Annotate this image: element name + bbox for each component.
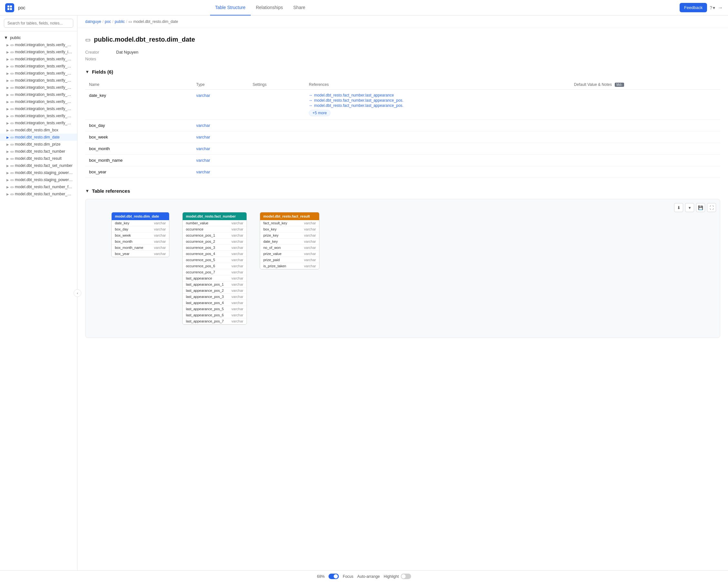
list-item[interactable]: ▶ ▭ model.dbt_resto.dim_box (0, 127, 77, 134)
svg-rect-1 (10, 5, 12, 7)
col-header-type: Type (192, 80, 249, 90)
table-icon: ▭ (128, 19, 132, 24)
expand-icon: ▶ (6, 193, 9, 196)
sidebar: ▼ public ▶ ▭ model.integration_tests.ver… (0, 16, 77, 571)
highlight-toggle[interactable]: Highlight (384, 574, 411, 579)
main-layout: ▼ public ▶ ▭ model.integration_tests.ver… (0, 16, 728, 571)
diagram-table-row: last_appearance_pos_4varchar (183, 300, 246, 306)
tab-share[interactable]: Share (288, 0, 310, 16)
diagram-table-row: fact_result_keyvarchar (260, 220, 319, 226)
list-item[interactable]: ▶ ▭ model.integration_tests.verify_gener… (0, 70, 77, 77)
list-item[interactable]: ▶ ▭ model.dbt_resto.fact_number_scoring (0, 191, 77, 198)
list-item[interactable]: ▶ ▭ model.integration_tests.verify_get_t… (0, 98, 77, 105)
search-input[interactable] (4, 19, 73, 28)
highlight-toggle-track[interactable] (401, 574, 411, 579)
user-menu-button[interactable]: → (718, 5, 723, 11)
tab-table-structure[interactable]: Table Structure (210, 0, 251, 16)
app-logo[interactable] (5, 3, 14, 12)
list-item[interactable]: ▶ ▭ model.integration_tests.verify_get_t… (0, 105, 77, 112)
fullscreen-button[interactable]: ⛶ (707, 203, 716, 212)
diagram-table-row: last_appearance_pos_6varchar (183, 312, 246, 318)
download-options-button[interactable]: ▾ (685, 203, 694, 212)
list-item[interactable]: ▶ ▭ model.dbt_resto.dim_prize (0, 141, 77, 148)
list-item[interactable]: ▶ ▭ model.integration_tests.verify_get_t… (0, 41, 77, 48)
list-item[interactable]: ▶ ▭ model.integration_tests.verify_datep… (0, 77, 77, 84)
col-type: varchar (231, 313, 243, 317)
col-type: varchar (154, 221, 166, 225)
more-refs-button[interactable]: +5 more (309, 110, 330, 116)
diagram-table-row: last_appearance_pos_2varchar (183, 287, 246, 294)
diagram-table-row: last_appearance_pos_5varchar (183, 306, 246, 312)
diagram-table-row: last_appearancevarchar (183, 275, 246, 281)
item-label: model.integration_tests.verify_get_ba... (15, 85, 73, 90)
tree-section-header[interactable]: ▼ public (0, 34, 77, 41)
list-item[interactable]: ▶ ▭ model.integration_tests.verify_mater… (0, 55, 77, 62)
col-name: occurrence_pos_4 (186, 252, 215, 256)
list-item[interactable]: ▶ ▭ model.dbt_resto.fact_number (0, 148, 77, 155)
col-name: no_of_won (263, 246, 281, 250)
list-item[interactable]: ▶ ▭ model.dbt_resto.fact_set_number (0, 162, 77, 169)
table-icon: ▭ (10, 171, 14, 175)
zoom-toggle[interactable] (329, 574, 339, 579)
creator-label: Creator (85, 50, 111, 55)
list-item[interactable]: ▶ ▭ model.dbt_resto.staging_power655_... (0, 176, 77, 183)
item-label: model.dbt_resto.dim_date (15, 135, 60, 140)
list-item[interactable]: ▶ ▭ model.integration_tests.verify_mone.… (0, 62, 77, 70)
list-item[interactable]: ▶ ▭ model.integration_tests.verify_get_b… (0, 84, 77, 91)
expand-icon: ▶ (6, 171, 9, 175)
list-item[interactable]: ▶ ▭ model.integration_tests.verify_str_t… (0, 120, 77, 127)
field-type-date-key: varchar (192, 90, 249, 120)
item-label: model.dbt_resto.fact_result (15, 156, 62, 161)
diagram-table-row: prize_valuevarchar (260, 251, 319, 257)
save-button[interactable]: 💾 (696, 203, 705, 212)
svg-rect-3 (10, 8, 12, 10)
list-item[interactable]: ▶ ▭ model.dbt_resto.staging_power655_... (0, 169, 77, 176)
diagram-table-row: no_of_wonvarchar (260, 245, 319, 251)
zoom-toggle-track[interactable] (329, 574, 339, 579)
header: poc Table Structure Relationships Share … (0, 0, 728, 16)
table-icon: ▭ (10, 71, 14, 76)
table-row: box_month_name varchar (85, 155, 720, 166)
sidebar-collapse-button[interactable]: ‹ (74, 289, 81, 297)
table-refs-section: ▼ Table references ⬇ ▾ 💾 ⛶ (85, 188, 720, 338)
list-item[interactable]: ▶ ▭ model.integration_tests.verify_get_b… (0, 91, 77, 98)
col-type: varchar (231, 246, 243, 250)
list-item[interactable]: ▶ ▭ model.integration_tests.verify_get_t… (0, 112, 77, 120)
notes-row: Notes (85, 56, 720, 61)
expand-icon: ▶ (6, 150, 9, 153)
list-item[interactable]: ▶ ▭ model.integration_tests.verify_if_co… (0, 48, 77, 55)
breadcrumb-datnguye[interactable]: datnguye (85, 19, 101, 24)
field-default-box-day (570, 120, 720, 131)
breadcrumb-poc[interactable]: poc (105, 19, 111, 24)
chevron-down-icon: ▼ (4, 35, 8, 40)
col-name: occurrence_pos_5 (186, 258, 215, 262)
expand-icon: ▶ (6, 157, 9, 160)
list-item[interactable]: ▶ ▭ model.dbt_resto.fact_result (0, 155, 77, 162)
diagram-table-row: occurrence_pos_2varchar (183, 238, 246, 245)
table-icon: ▭ (10, 192, 14, 196)
field-type-box-week: varchar (192, 131, 249, 143)
ref-link[interactable]: ↔ model.dbt_resto.fact_number.last_appea… (309, 98, 566, 103)
expand-icon: ▶ (6, 178, 9, 182)
col-name: occurrence_pos_6 (186, 264, 215, 268)
zoom-toggle-thumb (334, 574, 338, 578)
highlight-label: Highlight (384, 574, 399, 579)
diagram-table-row: occurrence_pos_1varchar (183, 232, 246, 238)
ref-link[interactable]: ↔ model.dbt_resto.fact_number.last_appea… (309, 103, 566, 108)
download-button[interactable]: ⬇ (674, 203, 683, 212)
col-name: prize_value (263, 252, 281, 256)
help-button[interactable]: ? ▾ (710, 5, 715, 10)
breadcrumb-public[interactable]: public (114, 19, 125, 24)
list-item[interactable]: ▶ ▭ model.dbt_resto.fact_number_forecast (0, 183, 77, 191)
field-refs-date-key: ↔ model.dbt_resto.fact_number.last_appea… (305, 90, 570, 120)
list-item-active[interactable]: ▶ ▭ model.dbt_resto.dim_date (0, 134, 77, 141)
tree-section-public: ▼ public ▶ ▭ model.integration_tests.ver… (0, 34, 77, 198)
col-type: varchar (304, 233, 316, 237)
ref-link[interactable]: ↔ model.dbt_resto.fact_number.last_appea… (309, 93, 566, 98)
tab-relationships[interactable]: Relationships (251, 0, 288, 16)
expand-icon: ▶ (6, 121, 9, 125)
col-type: varchar (231, 276, 243, 280)
feedback-button[interactable]: Feedback (680, 3, 707, 12)
diagram-table-row: prize_keyvarchar (260, 232, 319, 238)
logout-icon: → (718, 5, 723, 10)
